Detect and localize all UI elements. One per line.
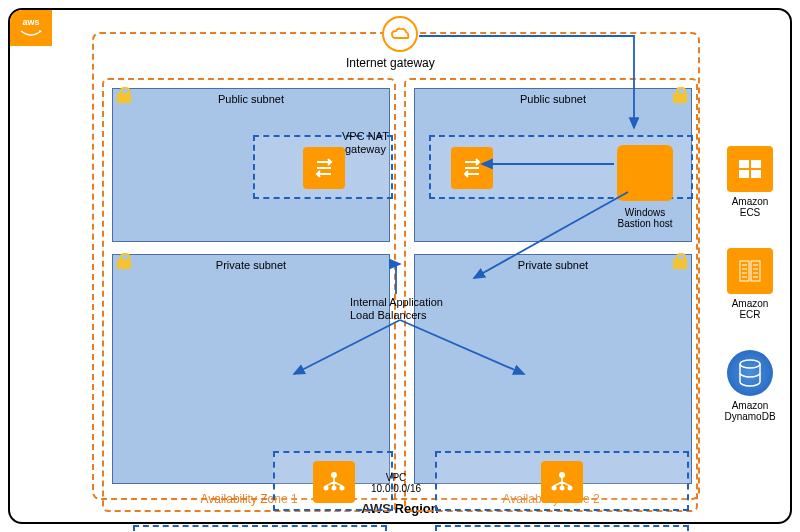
ecs-icon [727,146,773,192]
lock-icon [673,87,687,103]
svg-point-0 [331,472,337,478]
svg-rect-9 [751,160,761,168]
load-balancer-icon [313,461,355,503]
svg-rect-8 [739,160,749,168]
svg-point-4 [559,472,565,478]
ecr-icon [727,248,773,294]
az1-public-subnet: Public subnet [112,88,390,242]
svg-point-14 [740,360,760,368]
vpc-label-1: VPC [386,472,407,483]
az2-private-subnet: Private subnet ✦ Eth Stats Geth Miner no… [414,254,692,484]
internet-gateway-label: Internet gateway [346,56,435,70]
aws-logo-badge: aws [10,10,52,46]
az1-node-group: ✦ Eth Explorer Geth Miner node [133,525,387,532]
service-ecr: Amazon ECR [716,248,784,320]
lock-icon [673,253,687,269]
lock-icon [117,87,131,103]
service-ecs: Amazon ECS [716,146,784,218]
vpc-label-2: 10.0.0.0/16 [371,483,421,494]
load-balancer-icon [541,461,583,503]
svg-point-5 [552,486,557,491]
service-dynamodb: Amazon DynamoDB [716,350,784,422]
bastion-label: Windows Bastion host [605,207,685,229]
ecr-label: Amazon ECR [716,298,784,320]
az2-node-group: ✦ Eth Stats Geth Miner node [435,525,689,532]
autoscale-icon: ✦ [552,527,576,532]
ecs-label: Amazon ECS [716,196,784,218]
internet-gateway-icon [382,16,418,52]
aws-region-box: aws AWS Region VPC Internet gateway VPC … [8,8,792,524]
svg-point-1 [324,486,329,491]
dynamodb-icon [727,350,773,396]
az1-private-label: Private subnet [212,255,290,275]
az1-public-label: Public subnet [214,89,288,109]
nat-gateway-icon [303,147,345,189]
nat-gateway-label: VPC NAT gateway [342,130,389,156]
az2-nat-group: Windows Bastion host [429,135,693,199]
lock-icon [117,253,131,269]
vpc-cidr-label: VPC 10.0.0.0/16 [371,472,421,494]
az2-private-label: Private subnet [514,255,592,275]
svg-rect-12 [740,261,749,281]
svg-point-6 [560,486,565,491]
nat-gateway-icon [451,147,493,189]
svg-point-3 [340,486,345,491]
bastion-host-icon [617,145,673,201]
svg-rect-10 [739,170,749,178]
dynamodb-label: Amazon DynamoDB [716,400,784,422]
svg-rect-13 [751,261,760,281]
svg-point-2 [332,486,337,491]
az2-public-subnet: Public subnet Windows Bastion host [414,88,692,242]
svg-point-7 [568,486,573,491]
vpc-box: Internet gateway VPC NAT gateway Interna… [92,32,700,500]
svg-rect-11 [751,170,761,178]
az2-public-label: Public subnet [516,89,590,109]
load-balancer-label: Internal Application Load Balancers [350,296,443,322]
autoscale-icon: ✦ [250,527,274,532]
az2-lb-group [435,451,689,511]
availability-zone-2: Availability Zone 2 Public subnet Window… [404,78,698,512]
aws-logo-text: aws [22,17,39,27]
az1-private-subnet: Private subnet ✦ Eth Explorer Geth Miner… [112,254,390,484]
